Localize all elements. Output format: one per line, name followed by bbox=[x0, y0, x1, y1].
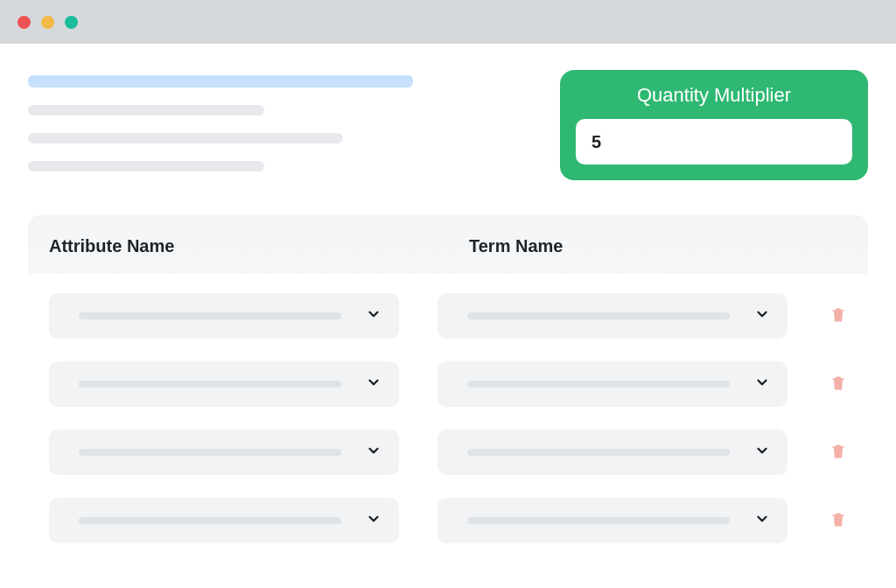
term-select[interactable] bbox=[438, 430, 788, 475]
trash-icon bbox=[830, 442, 847, 464]
placeholder-line bbox=[79, 517, 341, 524]
minimize-dot-icon[interactable] bbox=[41, 16, 54, 29]
skeleton-line bbox=[28, 133, 343, 144]
table-body bbox=[28, 274, 868, 552]
placeholder-line bbox=[79, 381, 341, 388]
chevron-down-icon bbox=[366, 511, 382, 530]
chevron-down-icon bbox=[754, 511, 770, 530]
trash-icon bbox=[830, 374, 847, 396]
placeholder-line bbox=[467, 449, 730, 456]
column-header-attribute: Attribute Name bbox=[49, 236, 399, 256]
trash-icon bbox=[830, 510, 847, 532]
header-skeleton bbox=[28, 75, 518, 172]
delete-row-button[interactable] bbox=[826, 507, 850, 536]
placeholder-line bbox=[467, 517, 730, 524]
placeholder-line bbox=[467, 381, 730, 388]
placeholder-line bbox=[79, 449, 341, 456]
close-dot-icon[interactable] bbox=[18, 16, 31, 29]
skeleton-line bbox=[28, 75, 413, 88]
term-select[interactable] bbox=[438, 293, 788, 339]
window-titlebar bbox=[0, 0, 896, 44]
table-header: Attribute Name Term Name bbox=[28, 215, 868, 274]
term-select[interactable] bbox=[438, 361, 788, 407]
trash-icon bbox=[830, 305, 847, 327]
chevron-down-icon bbox=[366, 374, 382, 394]
column-header-term: Term Name bbox=[469, 236, 819, 256]
delete-row-button[interactable] bbox=[826, 370, 850, 399]
table-row bbox=[49, 361, 847, 407]
quantity-multiplier-input[interactable] bbox=[576, 119, 852, 164]
attribute-select[interactable] bbox=[49, 498, 399, 543]
delete-row-button[interactable] bbox=[826, 302, 850, 331]
placeholder-line bbox=[467, 312, 730, 319]
delete-row-button[interactable] bbox=[826, 438, 850, 467]
chevron-down-icon bbox=[754, 374, 770, 394]
table-row bbox=[49, 430, 847, 475]
placeholder-line bbox=[79, 312, 341, 319]
skeleton-line bbox=[28, 161, 264, 172]
skeleton-line bbox=[28, 105, 264, 116]
quantity-multiplier-card: Quantity Multiplier bbox=[560, 70, 868, 180]
term-select[interactable] bbox=[438, 498, 788, 543]
attribute-select[interactable] bbox=[49, 293, 399, 339]
chevron-down-icon bbox=[366, 443, 382, 462]
chevron-down-icon bbox=[754, 306, 770, 326]
attribute-select[interactable] bbox=[49, 361, 399, 407]
maximize-dot-icon[interactable] bbox=[65, 16, 78, 29]
table-row bbox=[49, 293, 847, 339]
quantity-multiplier-label: Quantity Multiplier bbox=[576, 84, 852, 107]
chevron-down-icon bbox=[754, 443, 770, 462]
chevron-down-icon bbox=[366, 306, 382, 326]
table-row bbox=[49, 498, 847, 543]
main-content: Quantity Multiplier Attribute Name Term … bbox=[0, 44, 896, 552]
attribute-select[interactable] bbox=[49, 430, 399, 475]
attributes-table: Attribute Name Term Name bbox=[28, 215, 868, 552]
